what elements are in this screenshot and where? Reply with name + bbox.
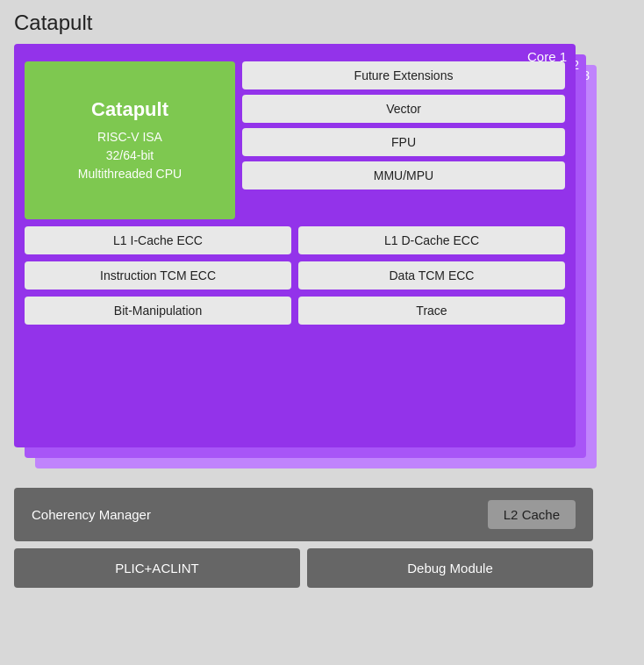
feature-data-tcm: Data TCM ECC (298, 261, 565, 290)
catapult-box: Catapult RISC-V ISA 32/64-bit Multithrea… (25, 61, 235, 219)
feature-l1-icache: L1 I-Cache ECC (25, 226, 291, 254)
catapult-name: Catapult (91, 98, 168, 121)
page-title: Catapult (14, 11, 630, 35)
coherency-row: Coherency Manager L2 Cache (14, 488, 593, 541)
feature-trace: Trace (298, 297, 565, 325)
page-container: Catapult 8 2 Core 1 Catapult RISC-V ISA … (0, 0, 644, 665)
debug-box: Debug Module (307, 548, 593, 588)
feature-instr-tcm: Instruction TCM ECC (25, 261, 291, 290)
core-1: Core 1 Catapult RISC-V ISA 32/64-bit Mul… (14, 44, 576, 447)
system-bar: Coherency Manager L2 Cache PLIC+ACLINT D… (14, 488, 593, 588)
bottom-features-grid: L1 I-Cache ECC L1 D-Cache ECC Instructio… (25, 226, 565, 325)
feature-bit-manip: Bit-Manipulation (25, 297, 291, 325)
catapult-line1: RISC-V ISA (97, 130, 162, 144)
feature-l1-dcache: L1 D-Cache ECC (298, 226, 565, 254)
cores-stack: 8 2 Core 1 Catapult RISC-V ISA 32/64-bit… (14, 44, 593, 474)
extension-mmu: MMU/MPU (242, 161, 565, 189)
catapult-line2: 32/64-bit (106, 148, 154, 162)
core-1-label: Core 1 (527, 49, 567, 64)
catapult-desc: RISC-V ISA 32/64-bit Multithreaded CPU (78, 128, 182, 183)
extensions-column: Future Extensions Vector FPU MMU/MPU (242, 61, 565, 219)
extension-fpu: FPU (242, 128, 565, 156)
core-inner: Catapult RISC-V ISA 32/64-bit Multithrea… (25, 61, 565, 325)
plic-box: PLIC+ACLINT (14, 548, 300, 588)
l2-cache-box: L2 Cache (488, 500, 576, 529)
coherency-manager-box: Coherency Manager L2 Cache (14, 488, 593, 541)
top-row: Catapult RISC-V ISA 32/64-bit Multithrea… (25, 61, 565, 219)
extension-future: Future Extensions (242, 61, 565, 89)
coherency-label: Coherency Manager (32, 507, 151, 522)
plic-debug-row: PLIC+ACLINT Debug Module (14, 548, 593, 588)
extension-vector: Vector (242, 95, 565, 123)
catapult-line3: Multithreaded CPU (78, 167, 182, 181)
